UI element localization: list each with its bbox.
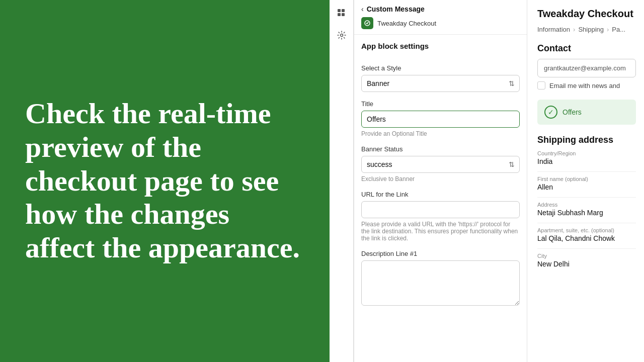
email-display: grantkautzer@example.com xyxy=(537,59,636,77)
style-label: Select a Style xyxy=(361,64,520,72)
app-icon xyxy=(361,17,373,29)
first-name-field: First name (optional) Allen xyxy=(537,176,636,191)
city-label: City xyxy=(537,253,636,259)
desc-field: Description Line #1 xyxy=(361,250,520,308)
banner-status-label: Banner Status xyxy=(361,145,520,153)
preview-title: Tweakday Checkout xyxy=(537,8,636,20)
contact-section: Contact grantkautzer@example.com Email m… xyxy=(537,43,636,89)
first-name-label: First name (optional) xyxy=(537,176,636,182)
section-title: App block settings xyxy=(361,42,520,50)
settings-panel: ‹ Custom Message Tweakday Checkout App b… xyxy=(354,0,527,362)
title-field: Title Provide an Optional Title xyxy=(361,100,520,137)
country-value: India xyxy=(537,157,636,165)
title-hint: Provide an Optional Title xyxy=(361,130,520,137)
settings-header: ‹ Custom Message Tweakday Checkout xyxy=(354,0,527,35)
section-title-block: App block settings xyxy=(361,42,520,56)
desc-label: Description Line #1 xyxy=(361,250,520,257)
breadcrumb-sep-1: › xyxy=(573,26,575,33)
left-panel: Check the real-time preview of the check… xyxy=(0,0,330,362)
back-title: Custom Message xyxy=(367,5,425,13)
banner-status-field: Banner Status success warning error info… xyxy=(361,145,520,183)
breadcrumb-information: Information xyxy=(537,26,570,33)
banner-status-select-wrapper: success warning error info ⇅ xyxy=(361,156,520,173)
apt-label: Apartment, suite, etc. (optional) xyxy=(537,227,636,233)
city-value: New Delhi xyxy=(537,260,636,268)
contact-heading: Contact xyxy=(537,43,636,54)
desc-textarea[interactable] xyxy=(361,260,520,306)
apt-value: Lal Qila, Chandni Chowk xyxy=(537,234,636,242)
svg-rect-2 xyxy=(338,13,341,16)
gear-icon xyxy=(337,31,346,40)
breadcrumb: Information › Shipping › Pa... xyxy=(537,26,636,33)
address-field: Address Netaji Subhash Marg xyxy=(537,202,636,217)
banner-status-hint: Exclusive to Banner xyxy=(361,175,520,183)
settings-body: App block settings Select a Style Banner… xyxy=(354,35,527,315)
svg-rect-1 xyxy=(342,9,345,12)
breadcrumb-sep-2: › xyxy=(607,26,609,33)
grid-icon xyxy=(337,9,346,18)
style-select[interactable]: Banner Inline Popup xyxy=(361,75,520,92)
url-hint: Please provide a valid URL with the 'htt… xyxy=(361,221,520,242)
country-field: Country/Region India xyxy=(537,150,636,165)
banner-status-select[interactable]: success warning error info xyxy=(361,156,520,173)
newsletter-label: Email me with news and xyxy=(549,82,620,89)
breadcrumb-shipping: Shipping xyxy=(578,26,604,33)
offers-banner: ✓ Offers xyxy=(537,100,636,125)
address-value: Netaji Subhash Marg xyxy=(537,209,636,217)
back-icon: ‹ xyxy=(361,5,364,13)
newsletter-row: Email me with news and xyxy=(537,81,636,89)
back-button[interactable]: ‹ Custom Message xyxy=(361,5,520,13)
first-name-value: Allen xyxy=(537,183,636,191)
hero-text: Check the real-time preview of the check… xyxy=(25,97,304,264)
offers-check-icon: ✓ xyxy=(544,106,557,119)
url-label: URL for the Link xyxy=(361,191,520,198)
app-row: Tweakday Checkout xyxy=(361,17,520,29)
app-name-label: Tweakday Checkout xyxy=(377,20,436,27)
country-label: Country/Region xyxy=(537,150,636,156)
grid-icon-btn[interactable] xyxy=(333,4,351,22)
gear-icon-btn[interactable] xyxy=(333,26,351,44)
title-input[interactable] xyxy=(361,111,520,128)
offers-text: Offers xyxy=(562,108,582,116)
svg-point-4 xyxy=(340,34,343,37)
shipping-section: Shipping address Country/Region India Fi… xyxy=(537,135,636,268)
shipping-heading: Shipping address xyxy=(537,135,636,145)
city-field: City New Delhi xyxy=(537,253,636,268)
style-field: Select a Style Banner Inline Popup ⇅ xyxy=(361,64,520,92)
newsletter-checkbox[interactable] xyxy=(537,81,545,89)
title-label: Title xyxy=(361,100,520,108)
preview-panel: Tweakday Checkout Information › Shipping… xyxy=(527,0,644,362)
sidebar-icons xyxy=(330,0,354,362)
apt-field: Apartment, suite, etc. (optional) Lal Qi… xyxy=(537,227,636,242)
style-select-wrapper: Banner Inline Popup ⇅ xyxy=(361,75,520,92)
url-field: URL for the Link Please provide a valid … xyxy=(361,191,520,242)
svg-rect-0 xyxy=(338,9,341,12)
url-input[interactable] xyxy=(361,201,520,218)
svg-rect-3 xyxy=(342,13,345,16)
address-label: Address xyxy=(537,202,636,208)
breadcrumb-payment: Pa... xyxy=(612,26,625,33)
